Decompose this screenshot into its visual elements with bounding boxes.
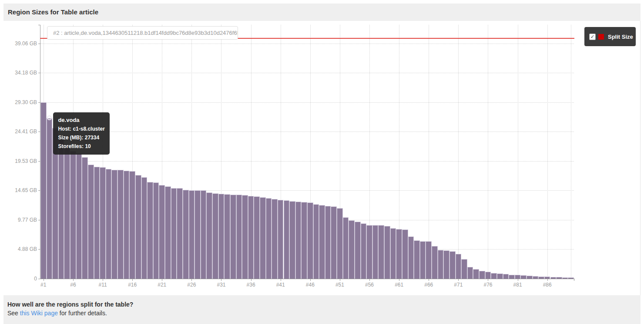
x-axis-tick: [132, 279, 133, 281]
region-bar[interactable]: [562, 277, 568, 279]
region-bar[interactable]: [361, 223, 367, 279]
region-bar[interactable]: [70, 151, 76, 279]
region-bar[interactable]: [40, 102, 47, 279]
region-bar[interactable]: [159, 185, 165, 279]
region-bar[interactable]: [390, 228, 396, 279]
region-bar[interactable]: [378, 225, 384, 279]
region-bar[interactable]: [224, 194, 230, 279]
region-bar[interactable]: [533, 276, 539, 279]
region-bar[interactable]: [408, 236, 414, 279]
region-bar[interactable]: [325, 206, 331, 279]
region-bar[interactable]: [456, 254, 462, 279]
region-bar[interactable]: [111, 170, 117, 279]
region-bar[interactable]: [165, 186, 171, 279]
region-bar[interactable]: [568, 277, 574, 279]
region-bar[interactable]: [47, 118, 53, 279]
region-bar[interactable]: [544, 277, 550, 279]
region-bar[interactable]: [272, 199, 278, 279]
region-bar[interactable]: [485, 272, 491, 279]
region-bar[interactable]: [301, 202, 307, 279]
region-bar[interactable]: [313, 204, 319, 279]
region-bar[interactable]: [195, 190, 201, 279]
region-bar[interactable]: [509, 275, 515, 279]
legend-split-size[interactable]: ✓ Split Size: [584, 27, 636, 46]
region-bar[interactable]: [467, 267, 473, 279]
region-bar[interactable]: [236, 195, 242, 279]
region-bar[interactable]: [94, 167, 100, 279]
region-bar[interactable]: [515, 275, 521, 279]
region-bar[interactable]: [438, 250, 444, 279]
region-bar[interactable]: [230, 195, 236, 279]
region-bar[interactable]: [124, 171, 130, 279]
region-bar[interactable]: [396, 229, 402, 279]
region-bar[interactable]: [473, 269, 479, 279]
region-bar[interactable]: [289, 201, 295, 279]
region-bar[interactable]: [497, 273, 503, 279]
x-axis-label: #36: [247, 282, 255, 288]
region-bar[interactable]: [100, 167, 106, 279]
region-bar[interactable]: [349, 220, 355, 279]
region-bar[interactable]: [266, 198, 272, 279]
region-bar[interactable]: [260, 197, 266, 279]
region-bar[interactable]: [278, 200, 284, 279]
region-bar[interactable]: [254, 196, 260, 279]
region-bar[interactable]: [183, 190, 189, 279]
region-bar[interactable]: [449, 251, 456, 279]
region-bar[interactable]: [201, 190, 207, 279]
region-bar[interactable]: [295, 202, 302, 279]
region-bar[interactable]: [206, 192, 212, 279]
region-bar[interactable]: [212, 193, 218, 279]
region-bar[interactable]: [337, 208, 343, 279]
region-bar[interactable]: [129, 171, 135, 279]
region-bar[interactable]: [343, 217, 349, 279]
region-bar[interactable]: [242, 195, 248, 279]
region-bar[interactable]: [218, 194, 225, 279]
region-bar[interactable]: [171, 188, 177, 279]
region-bar[interactable]: [58, 137, 64, 279]
region-bar[interactable]: [538, 277, 544, 279]
region-bar[interactable]: [372, 225, 379, 279]
region-bar[interactable]: [331, 206, 337, 279]
tooltip-host-line: Host: c1-s8.cluster: [58, 125, 104, 133]
region-bar[interactable]: [106, 169, 112, 279]
region-bar[interactable]: [527, 276, 533, 279]
x-axis-label: #21: [158, 282, 166, 288]
legend-checkbox[interactable]: ✓: [589, 34, 596, 40]
region-bar[interactable]: [76, 153, 82, 279]
region-bar[interactable]: [64, 145, 70, 279]
region-bar[interactable]: [520, 275, 527, 279]
region-bar[interactable]: [556, 277, 562, 279]
region-bar[interactable]: [479, 271, 485, 279]
region-bar[interactable]: [491, 273, 497, 279]
region-bar[interactable]: [117, 170, 124, 279]
region-bar[interactable]: [88, 165, 94, 279]
x-axis-label: #11: [98, 282, 107, 288]
region-bar[interactable]: [420, 241, 426, 279]
region-bar[interactable]: [284, 200, 290, 279]
region-bar[interactable]: [402, 230, 408, 279]
region-bar[interactable]: [384, 226, 390, 279]
region-bar[interactable]: [432, 246, 438, 279]
region-bar[interactable]: [550, 277, 557, 279]
wiki-page-link[interactable]: this Wiki page: [20, 310, 58, 317]
y-gridline: [40, 132, 574, 132]
region-bar[interactable]: [177, 188, 183, 279]
region-bar[interactable]: [189, 190, 195, 279]
region-bar[interactable]: [426, 241, 432, 279]
region-bar[interactable]: [461, 259, 467, 279]
region-bar[interactable]: [307, 202, 313, 279]
region-bar[interactable]: [503, 274, 509, 279]
x-gridline: [518, 25, 518, 279]
region-bar[interactable]: [147, 182, 153, 279]
region-bar[interactable]: [135, 175, 141, 279]
region-bar[interactable]: [443, 250, 449, 279]
region-bar[interactable]: [414, 240, 420, 279]
region-bar[interactable]: [355, 222, 361, 279]
region-bar[interactable]: [248, 196, 254, 279]
y-gridline: [40, 44, 574, 44]
region-bar[interactable]: [82, 157, 88, 279]
region-bar[interactable]: [319, 205, 325, 279]
region-bar[interactable]: [153, 182, 159, 279]
region-bar[interactable]: [366, 225, 372, 279]
region-bar[interactable]: [141, 177, 148, 279]
